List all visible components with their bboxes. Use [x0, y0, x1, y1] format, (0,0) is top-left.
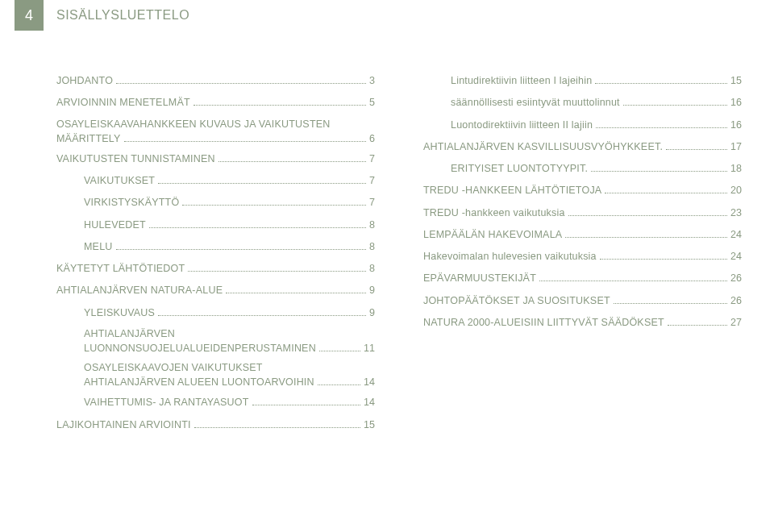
toc-page-number: 9 — [369, 282, 375, 299]
toc-entry: TREDU -HANKKEEN LÄHTÖTIETOJA20 — [423, 182, 742, 199]
toc-entry-label: VIRKISTYSKÄYTTÖ — [84, 194, 179, 211]
toc-leader-dots — [252, 405, 361, 405]
toc-page-number: 26 — [730, 270, 742, 287]
toc-entry: VAIKUTUSTEN TUNNISTAMINEN7 — [56, 151, 375, 168]
toc-entry-label: VAIKUTUSTEN TUNNISTAMINEN — [56, 151, 215, 168]
toc-entry-label: ARVIOINNIN MENETELMÄT — [56, 94, 190, 111]
toc-entry-label: JOHDANTO — [56, 73, 113, 89]
toc-entry-label: HULEVEDET — [84, 217, 146, 234]
toc-page-number: 20 — [730, 182, 742, 199]
toc-leader-dots — [182, 205, 366, 206]
toc-columns: JOHDANTO3ARVIOINNIN MENETELMÄT5OSAYLEISK… — [56, 73, 742, 434]
toc-entry-label: TREDU -hankkeen vaikutuksia — [423, 205, 565, 222]
toc-entry-label: JOHTOPÄÄTÖKSET JA SUOSITUKSET — [423, 293, 610, 310]
toc-entry: Lintudirektiivin liitteen I lajeihin15 — [423, 73, 742, 89]
toc-page-number: 24 — [730, 248, 742, 265]
toc-leader-dots — [539, 281, 727, 281]
toc-page-number: 6 — [369, 131, 375, 146]
toc-page-number: 15 — [364, 417, 375, 434]
toc-page-number: 7 — [369, 194, 375, 211]
toc-leader-dots — [623, 105, 727, 106]
toc-leader-dots — [158, 183, 366, 184]
toc-page-number: 3 — [369, 73, 375, 89]
toc-leader-dots — [600, 259, 727, 260]
toc-leader-dots — [605, 193, 727, 193]
toc-entry: LEMPÄÄLÄN HAKEVOIMALA24 — [423, 227, 742, 243]
toc-leader-dots — [188, 271, 366, 272]
toc-entry-label: Luontodirektiivin liitteen II lajiin — [451, 117, 593, 134]
toc-entry-line2: LUONNONSUOJELUALUEIDENPERUSTAMINEN11 — [84, 341, 375, 355]
toc-column-left: JOHDANTO3ARVIOINNIN MENETELMÄT5OSAYLEISK… — [56, 73, 375, 434]
toc-page-number: 26 — [730, 293, 742, 310]
toc-page-number: 14 — [364, 375, 375, 389]
toc-page-number: 15 — [730, 73, 742, 89]
section-title: SISÄLLYSLUETTELO — [56, 8, 189, 23]
toc-entry-label: NATURA 2000-ALUEISIIN LIITTYVÄT SÄÄDÖKSE… — [423, 314, 664, 331]
toc-leader-dots — [218, 161, 366, 162]
toc-entry-label: Hakevoimalan hulevesien vaikutuksia — [423, 248, 597, 265]
toc-entry: VAIHETTUMIS- JA RANTAYASUOT14 — [56, 394, 375, 411]
toc-leader-dots — [596, 127, 727, 128]
toc-entry: Hakevoimalan hulevesien vaikutuksia24 — [423, 248, 742, 265]
toc-entry: TREDU -hankkeen vaikutuksia23 — [423, 205, 742, 222]
toc-entry-label: AHTIALANJÄRVEN NATURA-ALUE — [56, 282, 223, 299]
toc-page-number: 7 — [369, 172, 375, 189]
toc-entry: NATURA 2000-ALUEISIIN LIITTYVÄT SÄÄDÖKSE… — [423, 314, 742, 331]
toc-entry: EPÄVARMUUSTEKIJÄT26 — [423, 270, 742, 287]
page-root: 4 SISÄLLYSLUETTELO JOHDANTO3ARVIOINNIN M… — [0, 0, 774, 532]
toc-entry-line2: AHTIALANJÄRVEN ALUEEN LUONTOARVOIHIN14 — [84, 375, 375, 389]
toc-entry: ARVIOINNIN MENETELMÄT5 — [56, 94, 375, 111]
toc-entry-label: KÄYTETYT LÄHTÖTIEDOT — [56, 260, 185, 277]
toc-entry: VAIKUTUKSET7 — [56, 172, 375, 189]
toc-leader-dots — [668, 325, 727, 326]
toc-entry: KÄYTETYT LÄHTÖTIEDOT8 — [56, 260, 375, 277]
toc-entry-line2: MÄÄRITTELY6 — [56, 131, 375, 146]
toc-page-number: 18 — [730, 160, 742, 177]
toc-page-number: 8 — [369, 239, 375, 256]
toc-entry: LAJIKOHTAINEN ARVIOINTI15 — [56, 417, 375, 434]
toc-page-number: 7 — [369, 151, 375, 168]
toc-entry: AHTIALANJÄRVENLUONNONSUOJELUALUEIDENPERU… — [56, 326, 375, 355]
toc-leader-dots — [319, 351, 360, 351]
toc-entry-label: AHTIALANJÄRVEN KASVILLISUUSVYÖHYKKEET. — [423, 139, 663, 156]
toc-leader-dots — [565, 237, 727, 238]
toc-entry: VIRKISTYSKÄYTTÖ7 — [56, 194, 375, 211]
toc-leader-dots — [568, 215, 727, 216]
toc-page-number: 16 — [730, 117, 742, 134]
toc-leader-dots — [194, 427, 360, 428]
toc-leader-dots — [666, 149, 727, 150]
toc-entry: AHTIALANJÄRVEN KASVILLISUUSVYÖHYKKEET.17 — [423, 139, 742, 156]
toc-entry: MELU8 — [56, 239, 375, 256]
toc-entry-label: VAIKUTUKSET — [84, 172, 155, 189]
toc-entry-label: LAJIKOHTAINEN ARVIOINTI — [56, 417, 191, 434]
toc-entry: Luontodirektiivin liitteen II lajiin16 — [423, 117, 742, 134]
toc-entry: säännöllisesti esiintyvät muuttolinnut16 — [423, 94, 742, 111]
toc-entry-label: EPÄVARMUUSTEKIJÄT — [423, 270, 536, 287]
toc-leader-dots — [614, 303, 727, 304]
toc-entry-label: MÄÄRITTELY — [56, 131, 121, 146]
toc-column-right: Lintudirektiivin liitteen I lajeihin15sä… — [423, 73, 742, 434]
toc-leader-dots — [149, 227, 366, 228]
toc-entry: AHTIALANJÄRVEN NATURA-ALUE9 — [56, 282, 375, 299]
toc-leader-dots — [116, 249, 367, 250]
toc-page-number: 11 — [364, 341, 375, 355]
toc-leader-dots — [595, 83, 727, 84]
toc-entry: OSAYLEISKAAVAHANKKEEN KUVAUS JA VAIKUTUS… — [56, 117, 375, 146]
toc-page-number: 16 — [730, 94, 742, 111]
toc-entry: JOHDANTO3 — [56, 73, 375, 89]
toc-entry: OSAYLEISKAAVOJEN VAIKUTUKSETAHTIALANJÄRV… — [56, 360, 375, 389]
toc-leader-dots — [158, 315, 366, 316]
page-number-tab: 4 — [15, 0, 44, 31]
toc-page-number: 17 — [730, 139, 742, 156]
toc-entry-label: VAIHETTUMIS- JA RANTAYASUOT — [84, 394, 249, 411]
toc-leader-dots — [124, 141, 366, 142]
toc-page-number: 23 — [730, 205, 742, 222]
toc-entry-label: YLEISKUVAUS — [84, 305, 155, 322]
toc-entry-label: säännöllisesti esiintyvät muuttolinnut — [451, 94, 620, 111]
toc-entry-label: MELU — [84, 239, 113, 256]
toc-page-number: 5 — [369, 94, 375, 111]
toc-page-number: 8 — [369, 260, 375, 277]
toc-entry-label: Lintudirektiivin liitteen I lajeihin — [451, 73, 592, 89]
toc-entry-label: LEMPÄÄLÄN HAKEVOIMALA — [423, 227, 562, 243]
toc-entry-label: TREDU -HANKKEEN LÄHTÖTIETOJA — [423, 182, 601, 199]
